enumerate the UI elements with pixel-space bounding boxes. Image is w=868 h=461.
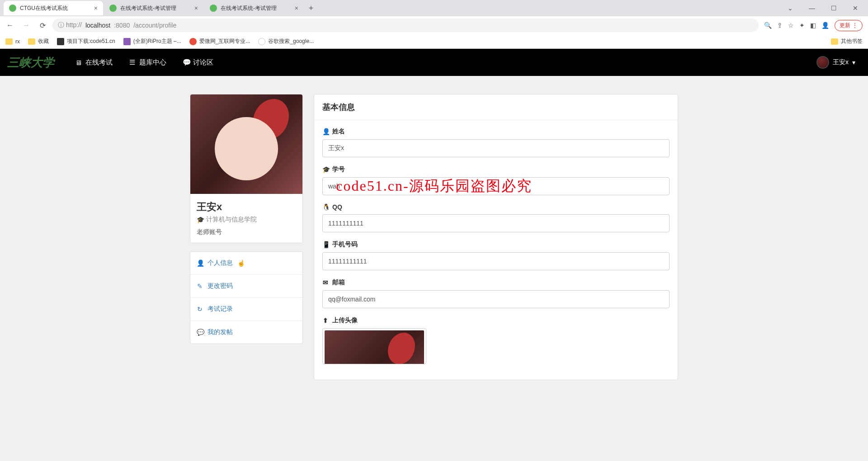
nav-username: 王安x <box>833 58 849 66</box>
user-icon: 👤 <box>197 259 203 267</box>
app-navbar: 三峡大学 🖥在线考试 ☰题库中心 💬讨论区 王安x ▾ <box>0 49 868 76</box>
profile-name: 王安x <box>197 200 296 214</box>
leaf-icon <box>9 5 16 12</box>
page-content: 王安x 🎓计算机与信息学院 老师账号 👤个人信息 ☝ ✎更改密码 ↻考试记录 💬… <box>0 76 868 398</box>
upload-icon: ⬆ <box>322 317 329 324</box>
chevron-down-icon[interactable]: ⌄ <box>781 5 799 12</box>
edit-icon: ✎ <box>197 282 203 290</box>
basic-info-panel: 基本信息 👤姓名 🎓学号 🐧QQ 📱手机号码 <box>314 94 678 380</box>
envelope-icon: ✉ <box>322 279 329 286</box>
close-icon[interactable]: × <box>295 5 298 12</box>
profile-card: 王安x 🎓计算机与信息学院 老师账号 <box>190 94 303 243</box>
address-bar: ← → ⟳ ⓘ http://localhost:8080/account/pr… <box>0 16 868 34</box>
name-input[interactable] <box>322 139 670 157</box>
bookmark-bar: rx 收藏 项目下载:code51.cn (全新)RiPro主题 –... 爱微… <box>0 34 868 49</box>
qq-icon: 🐧 <box>322 203 329 211</box>
minimize-icon[interactable]: — <box>803 5 821 12</box>
favicon-icon <box>189 38 197 45</box>
window-controls: ⌄ — ☐ ✕ <box>781 5 864 12</box>
star-icon[interactable]: ☆ <box>788 22 794 29</box>
browser-tab[interactable]: 在线考试系统-考试管理 × <box>204 1 304 15</box>
reload-button[interactable]: ⟳ <box>36 19 49 32</box>
list-icon: ☰ <box>129 58 136 66</box>
profile-icon[interactable]: 👤 <box>821 22 829 29</box>
brand-logo[interactable]: 三峡大学 <box>7 55 54 71</box>
nav-forum[interactable]: 💬讨论区 <box>175 49 222 76</box>
favicon-icon <box>57 38 64 45</box>
extensions-icon[interactable]: ✦ <box>799 22 805 29</box>
sidebar-item-password[interactable]: ✎更改密码 <box>190 275 302 298</box>
favicon-icon <box>258 38 265 45</box>
profile-role: 老师账号 <box>197 228 296 236</box>
back-button[interactable]: ← <box>4 19 16 32</box>
toolbar-actions: 🔍 ⇪ ☆ ✦ ◧ 👤 更新 ⋮ <box>762 20 864 31</box>
tab-title: 在线考试系统-考试管理 <box>221 5 277 12</box>
avatar <box>816 56 829 69</box>
url-path: /account/profile <box>133 22 176 29</box>
browser-chrome: CTGU在线考试系统 × 在线考试系统-考试管理 × 在线考试系统-考试管理 ×… <box>0 0 868 49</box>
zoom-icon[interactable]: 🔍 <box>764 22 772 29</box>
tab-title: CTGU在线考试系统 <box>20 5 68 12</box>
url-input[interactable]: ⓘ http://localhost:8080/account/profile <box>52 19 759 32</box>
bookmark-favorites[interactable]: 收藏 <box>28 38 49 45</box>
graduation-cap-icon: 🎓 <box>197 216 204 223</box>
close-icon[interactable]: × <box>94 5 98 12</box>
browser-tab[interactable]: 在线考试系统-考试管理 × <box>104 1 203 15</box>
avatar-upload-preview[interactable] <box>322 328 426 364</box>
other-bookmarks[interactable]: 其他书签 <box>831 38 863 45</box>
history-icon: ↻ <box>197 306 203 313</box>
bookmark-rx[interactable]: rx <box>5 38 20 45</box>
phone-label: 手机号码 <box>332 240 358 249</box>
browser-tab-active[interactable]: CTGU在线考试系统 × <box>4 1 103 15</box>
chat-icon: 💬 <box>183 58 189 66</box>
stuid-label: 学号 <box>332 165 345 174</box>
email-label: 邮箱 <box>332 278 345 287</box>
sidepanel-icon[interactable]: ◧ <box>810 22 816 29</box>
sidebar-item-profile[interactable]: 👤个人信息 ☝ <box>190 252 302 275</box>
hand-cursor-icon: ☝ <box>237 259 245 267</box>
tab-title: 在线考试系统-考试管理 <box>120 5 176 12</box>
sidebar-item-posts[interactable]: 💬我的发帖 <box>190 321 302 343</box>
url-scheme: ⓘ http:// <box>58 21 82 29</box>
new-tab-button[interactable]: + <box>305 2 317 14</box>
profile-avatar-image <box>190 94 302 194</box>
bookmark-code51[interactable]: 项目下载:code51.cn <box>57 38 115 45</box>
graduation-cap-icon: 🎓 <box>322 166 329 173</box>
url-host: localhost <box>85 22 110 29</box>
update-button[interactable]: 更新 ⋮ <box>835 20 863 31</box>
maximize-icon[interactable]: ☐ <box>825 5 843 12</box>
folder-icon <box>5 38 13 45</box>
forward-button[interactable]: → <box>20 19 33 32</box>
nav-user-menu[interactable]: 王安x ▾ <box>811 56 861 69</box>
bookmark-google[interactable]: 谷歌搜索_google... <box>258 38 314 45</box>
user-icon: 👤 <box>322 128 329 135</box>
phone-icon: 📱 <box>322 241 329 248</box>
nav-exam[interactable]: 🖥在线考试 <box>67 49 121 76</box>
favicon-icon <box>123 38 131 45</box>
qq-label: QQ <box>332 203 342 211</box>
folder-icon <box>28 38 35 45</box>
chat-icon: 💬 <box>197 329 203 336</box>
bookmark-ripro[interactable]: (全新)RiPro主题 –... <box>123 38 181 45</box>
sidebar-item-exam-log[interactable]: ↻考试记录 <box>190 298 302 321</box>
panel-title: 基本信息 <box>314 94 678 120</box>
close-icon[interactable]: ✕ <box>846 5 864 12</box>
bookmark-aiwei[interactable]: 爱微网_互联网专业... <box>189 38 250 45</box>
url-port: :8080 <box>114 22 130 29</box>
caret-down-icon: ▾ <box>852 59 855 66</box>
name-label: 姓名 <box>332 127 345 136</box>
monitor-icon: 🖥 <box>75 59 82 66</box>
share-icon[interactable]: ⇪ <box>777 22 783 29</box>
leaf-icon <box>210 5 217 12</box>
phone-input[interactable] <box>322 252 670 270</box>
leaf-icon <box>109 5 117 12</box>
folder-icon <box>831 38 838 45</box>
avatar-label: 上传头像 <box>332 316 358 325</box>
tab-bar: CTGU在线考试系统 × 在线考试系统-考试管理 × 在线考试系统-考试管理 ×… <box>0 0 868 16</box>
nav-question-bank[interactable]: ☰题库中心 <box>121 49 175 76</box>
student-id-input[interactable] <box>322 177 670 195</box>
email-input[interactable] <box>322 290 670 308</box>
close-icon[interactable]: × <box>194 5 198 12</box>
qq-input[interactable] <box>322 214 670 232</box>
sidebar-menu: 👤个人信息 ☝ ✎更改密码 ↻考试记录 💬我的发帖 <box>190 251 303 344</box>
